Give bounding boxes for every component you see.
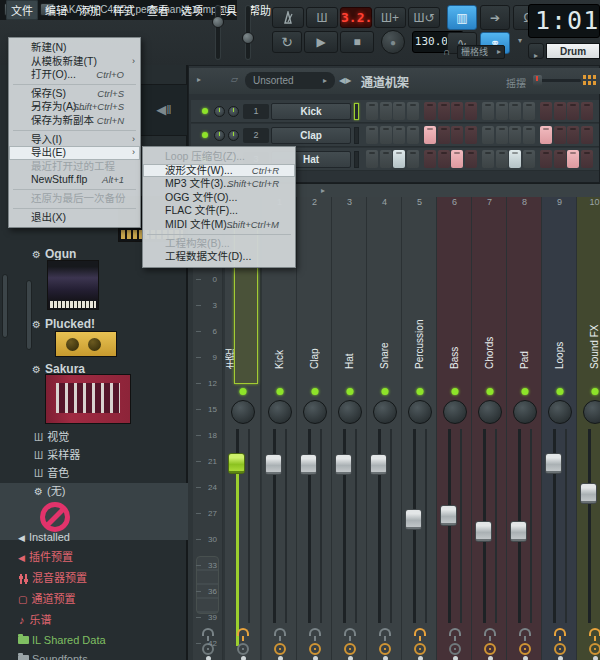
mixer-pan-knob[interactable] <box>303 400 327 424</box>
step-cell-9[interactable] <box>482 102 494 120</box>
countdown-before-recording-display[interactable]: 3.2. <box>340 7 372 28</box>
channel-volume-knob[interactable] <box>228 130 239 141</box>
mixer-pan-knob[interactable] <box>513 400 537 424</box>
mixer-mute-led[interactable] <box>311 388 318 395</box>
fx-route-icon[interactable] <box>202 628 214 636</box>
file-menu-item-12[interactable]: 退出(X) <box>9 211 140 225</box>
step-cell-4[interactable] <box>407 126 419 144</box>
export-menu-item-4[interactable]: OGG 文件(O)... <box>143 191 295 205</box>
browser-item-8[interactable]: ▢通道预置 <box>0 591 188 608</box>
browser-item-1[interactable]: Ш视觉 <box>0 429 188 446</box>
record-arm-icon[interactable] <box>414 643 426 655</box>
file-menu-item-10[interactable]: NewStuff.flpAlt+1 <box>9 173 140 187</box>
step-cell-12[interactable] <box>523 150 535 168</box>
menubar-item-3[interactable]: 添加 <box>74 0 106 20</box>
record-arm-icon[interactable] <box>484 643 496 655</box>
browser-item-2[interactable]: Ш采样器 <box>0 447 188 464</box>
mixer-strip-snare[interactable]: 4Snare <box>367 197 402 660</box>
step-cell-15[interactable] <box>567 102 579 120</box>
mixer-menu-chevron-icon[interactable]: ▸ <box>321 186 325 195</box>
export-menu-item-8[interactable]: 工程数据文件(D)... <box>143 250 295 264</box>
step-cell-1[interactable] <box>366 150 378 168</box>
master-volume-handle[interactable] <box>212 16 224 28</box>
loop-recording-button[interactable]: Ш↺ <box>408 7 440 28</box>
fader-handle[interactable] <box>335 454 352 475</box>
pattern-selector-arrow[interactable]: ▸ <box>528 43 544 59</box>
mixer-pan-knob[interactable] <box>268 400 292 424</box>
channel-mini-meter[interactable] <box>354 103 359 120</box>
export-menu-item-5[interactable]: FLAC 文件(F)... <box>143 204 295 218</box>
record-button[interactable]: ● <box>381 30 405 54</box>
mixer-mute-led[interactable] <box>381 388 388 395</box>
mixer-strip-percussion[interactable]: 5Percussion <box>402 197 437 660</box>
mixer-strip-hat[interactable]: 3Hat <box>332 197 367 660</box>
fader-handle[interactable] <box>228 453 245 474</box>
strip-dot[interactable] <box>593 656 598 660</box>
export-menu-item-2[interactable]: 波形文件(W)...Ctrl+R <box>143 164 295 178</box>
step-cell-3[interactable] <box>393 150 405 168</box>
channel-pan-knob[interactable] <box>214 130 225 141</box>
mixer-pan-knob[interactable] <box>408 400 432 424</box>
step-cell-13[interactable] <box>540 150 552 168</box>
record-arm-icon[interactable] <box>274 643 286 655</box>
mixer-pan-knob[interactable] <box>373 400 397 424</box>
fx-route-icon[interactable] <box>274 628 286 636</box>
file-menu-item-2[interactable]: 从模板新建(T)› <box>9 55 140 69</box>
record-arm-icon[interactable] <box>519 643 531 655</box>
rack-menu-chevron-icon[interactable]: ▸ <box>197 75 201 84</box>
file-menu-item-5[interactable]: 另存为(A)...Shift+Ctrl+S <box>9 100 140 114</box>
fader-handle[interactable] <box>265 454 282 475</box>
mixer-mute-led[interactable] <box>521 388 528 395</box>
step-cell-15[interactable] <box>567 126 579 144</box>
strip-dot[interactable] <box>241 656 246 660</box>
browser-item-9[interactable]: ♪乐谱 <box>0 612 188 629</box>
master-pitch-handle[interactable] <box>242 32 254 44</box>
mixer-strip-clap[interactable]: 2Clap <box>297 197 332 660</box>
step-cell-13[interactable] <box>540 102 552 120</box>
mixer-strip-chords[interactable]: 7Chords <box>472 197 507 660</box>
strip-dot[interactable] <box>418 656 423 660</box>
step-cell-16[interactable] <box>581 126 593 144</box>
fx-route-icon[interactable] <box>519 628 531 636</box>
record-arm-icon[interactable] <box>309 643 321 655</box>
plugin-thumbnail-plucked[interactable] <box>55 331 117 357</box>
typing-keyboard-button[interactable]: ▥ <box>447 5 477 30</box>
mixer-strip-bass[interactable]: 6Bass <box>437 197 472 660</box>
step-cell-14[interactable] <box>554 102 566 120</box>
menubar-item-2[interactable]: 编辑 <box>40 0 72 20</box>
menubar-item-6[interactable]: 选项 <box>176 0 208 20</box>
strip-dot[interactable] <box>488 656 493 660</box>
fader-track[interactable] <box>448 429 451 623</box>
fader-handle[interactable] <box>510 521 527 542</box>
master-pitch-slider[interactable] <box>246 6 250 59</box>
file-menu-item-8[interactable]: 导出(E)› <box>9 146 140 160</box>
step-cell-16[interactable] <box>581 102 593 120</box>
step-cell-11[interactable] <box>509 102 521 120</box>
blend-recording-button[interactable]: Ш+ <box>374 7 406 28</box>
step-cell-10[interactable] <box>496 126 508 144</box>
step-cell-14[interactable] <box>554 150 566 168</box>
channel-mini-meter[interactable] <box>354 127 359 144</box>
step-cell-14[interactable] <box>554 126 566 144</box>
step-cell-6[interactable] <box>438 102 450 120</box>
browser-item-6[interactable]: ◀插件预置 <box>0 549 188 566</box>
fader-handle[interactable] <box>440 505 457 526</box>
menubar-item-4[interactable]: 样式 <box>108 0 140 20</box>
channel-pan-knob[interactable] <box>214 106 225 117</box>
mixer-pan-knob[interactable] <box>583 400 600 424</box>
step-grid-view-icon[interactable] <box>583 75 596 86</box>
export-menu-item-3[interactable]: MP3 文件(3)...Shift+Ctrl+R <box>143 177 295 191</box>
mixer-strip-loops[interactable]: 9Loops <box>542 197 577 660</box>
rack-filter-group[interactable]: Unsorted ▸ <box>245 72 335 89</box>
rack-title-icon[interactable]: ◀▶ <box>339 76 351 85</box>
mixer-mute-led[interactable] <box>240 388 247 395</box>
snap-selector[interactable]: 栅格线 ▸ <box>457 45 505 59</box>
swing-handle[interactable] <box>533 75 542 86</box>
step-cell-6[interactable] <box>438 150 450 168</box>
record-arm-icon[interactable] <box>449 643 461 655</box>
step-cell-4[interactable] <box>407 150 419 168</box>
step-cell-2[interactable] <box>380 126 392 144</box>
step-cell-11[interactable] <box>509 150 521 168</box>
step-cell-1[interactable] <box>366 102 378 120</box>
step-cell-5[interactable] <box>424 102 436 120</box>
